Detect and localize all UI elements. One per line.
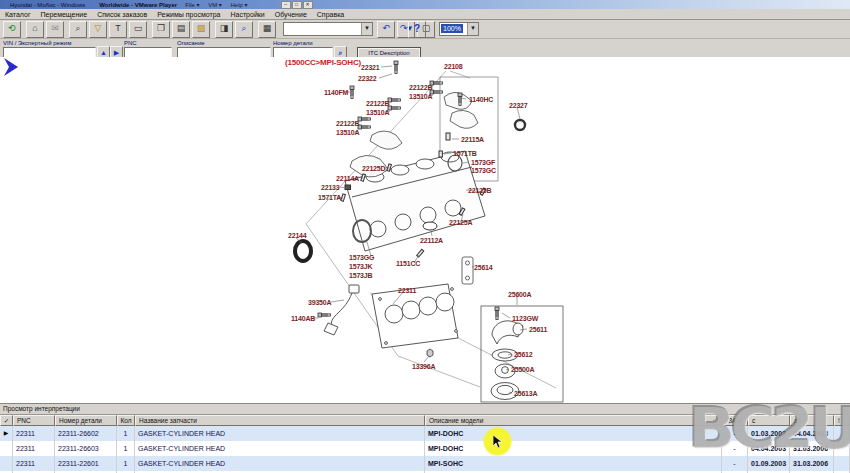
part-label-22108[interactable]: 22108 [444,63,462,70]
part-label-22122B[interactable]: 22122B [366,100,389,107]
cell-part: 22311-26602 [55,426,117,441]
part-label-22112A[interactable]: 22112A [420,237,443,244]
description-label: Описание [177,40,271,46]
part-label-1573GF[interactable]: 1573GF [471,159,495,166]
part-label-25613A[interactable]: 25613A [514,390,537,397]
part-label-13510A[interactable]: 13510A [366,109,389,116]
part-label-22133[interactable]: 22133 [321,184,339,191]
menu-item-1[interactable]: Перемещение [35,11,92,18]
part-label-1573JK[interactable]: 1573JK [349,263,372,270]
search-doc-icon[interactable]: ⌕ [235,21,253,38]
cell-model: MPI-SOHC [425,456,722,471]
part-label-1140HC[interactable]: 1140HC [469,96,493,103]
part-label-22122B[interactable]: 22122B [336,120,359,127]
menu-item-2[interactable]: Список заказов [92,11,152,18]
part-label-22115A[interactable]: 22115A [461,136,484,143]
diagram-canvas: (1500CC>MPI-SOHC)2232122322221081140FM22… [0,57,850,403]
cell-qty: 1 [117,441,135,456]
monitor-icon[interactable]: ▭ [129,21,147,38]
part-label-25600A[interactable]: 25600A [508,291,531,298]
minimize-button[interactable]: – [281,1,291,9]
part-label-1571TB[interactable]: 1571TB [453,150,477,157]
vmware-title: Worldwide - VMware Player [99,2,177,8]
table-row-1[interactable]: 2231122311-266031GASKET-CYLINDER HEADMPI… [0,441,850,456]
part-label-22125B[interactable]: 22125B [468,187,491,194]
mail-icon[interactable]: ✉ [46,21,64,38]
part-label-1140AB[interactable]: 1140AB [291,315,315,322]
part-label-1140FM[interactable]: 1140FM [324,89,348,96]
vmware-menu-vm[interactable]: VM ▾ [208,2,222,8]
grid-column-header-3[interactable]: Кол [117,415,135,426]
cell-to: 31.03.2006 [790,441,834,456]
vin-label: VIN / Экспертный режим [3,40,96,46]
grid-column-header-5[interactable]: Описание модели [425,415,722,426]
grid-column-header-0[interactable]: ✓ [0,415,13,426]
vmware-menu-file[interactable]: File ▾ [185,2,199,8]
close-button[interactable]: ✕ [303,1,313,9]
part-label-22322[interactable]: 22322 [358,75,376,82]
part-label-25614[interactable]: 25614 [474,264,492,271]
catalog-combobox[interactable]: ▼ [283,22,373,36]
cell-flag [834,456,850,471]
part-label-22125A[interactable]: 22125A [449,219,472,226]
cell-zam: - [722,426,748,441]
maximize-button[interactable]: □ [292,1,302,9]
book-icon[interactable]: ◨ [215,21,233,38]
part-label-1573GC[interactable]: 1573GC [471,167,496,174]
part-label-1573JB[interactable]: 1573JB [349,272,372,279]
grid-column-header-6[interactable]: ЗАМ [722,415,748,426]
part-label-13510A[interactable]: 13510A [336,129,359,136]
part-label-39350A[interactable]: 39350A [308,299,331,306]
undo-icon[interactable]: ↶ [377,21,395,38]
table-row-0[interactable]: ▶2231122311-266021GASKET-CYLINDER HEADMP… [0,426,850,441]
cell-name: GASKET-CYLINDER HEAD [135,456,425,471]
cell-pnc: 22311 [13,456,55,471]
part-label-13396A[interactable]: 13396A [412,363,435,370]
part-label-22122B[interactable]: 22122B [409,84,432,91]
text-icon[interactable]: T [109,21,127,38]
grid-column-header-9[interactable]: ! [834,415,850,426]
back-icon[interactable]: ⟲ [3,21,21,38]
folder-icon[interactable]: ▨ [192,21,210,38]
part-label-22144[interactable]: 22144 [288,232,306,239]
part-label-22125D[interactable]: 22125D [362,165,385,172]
part-label-1151CC[interactable]: 1151CC [396,260,420,267]
next-page-arrow-icon[interactable] [0,57,20,77]
cell-model: MPI-DOHC [425,426,722,441]
part-label-13510A[interactable]: 13510A [409,93,432,100]
part-label-25500A[interactable]: 25500A [511,366,534,373]
part-label-22311[interactable]: 22311 [398,287,416,294]
menu-item-6[interactable]: Справка [312,11,349,18]
home-icon[interactable]: ⌂ [26,21,44,38]
part-label-25612[interactable]: 25612 [514,351,532,358]
menu-item-3[interactable]: Режимы просмотра [152,11,225,18]
part-label-25611[interactable]: 25611 [529,326,547,333]
menu-item-0[interactable]: Каталог [0,11,35,18]
part-label-1123GW[interactable]: 1123GW [512,315,538,322]
image-icon[interactable]: ▦ [258,21,276,38]
vmware-menu-help[interactable]: Help ▾ [231,2,248,8]
grid-column-header-4[interactable]: Название запчасти [135,415,425,426]
part-label-22114A[interactable]: 22114A [336,175,359,182]
grid-column-header-7[interactable]: с [748,415,790,426]
part-label-22321[interactable]: 22321 [361,64,379,71]
zoom-level-combobox[interactable]: 100%▼ [439,22,479,36]
help-button[interactable]: ? [408,21,426,38]
menu-item-5[interactable]: Обучение [270,11,312,18]
document-icon[interactable]: ▤ [172,21,190,38]
print-icon[interactable]: ❐ [152,21,170,38]
chevron-down-icon[interactable]: ▼ [361,23,372,35]
menu-item-4[interactable]: Настройки [225,11,269,18]
filter-icon[interactable]: ▽ [89,21,107,38]
part-label-22327[interactable]: 22327 [509,102,527,109]
part-label-1571TA[interactable]: 1571TA [318,194,341,201]
cell-flag [834,441,850,456]
zoom-icon[interactable]: ⌕ [69,21,87,38]
table-row-2[interactable]: 2231122311-226011GASKET-CYLINDER HEADMPI… [0,456,850,471]
grid-column-header-1[interactable]: PNC [13,415,55,426]
results-panel: Просмотр интерпретации ✓PNCНомер деталиК… [0,403,850,473]
part-label-1573GG[interactable]: 1573GG [349,254,374,261]
grid-column-header-2[interactable]: Номер детали [55,415,117,426]
grid-column-header-8[interactable]: до [790,415,834,426]
chevron-down-icon[interactable]: ▼ [467,23,478,35]
